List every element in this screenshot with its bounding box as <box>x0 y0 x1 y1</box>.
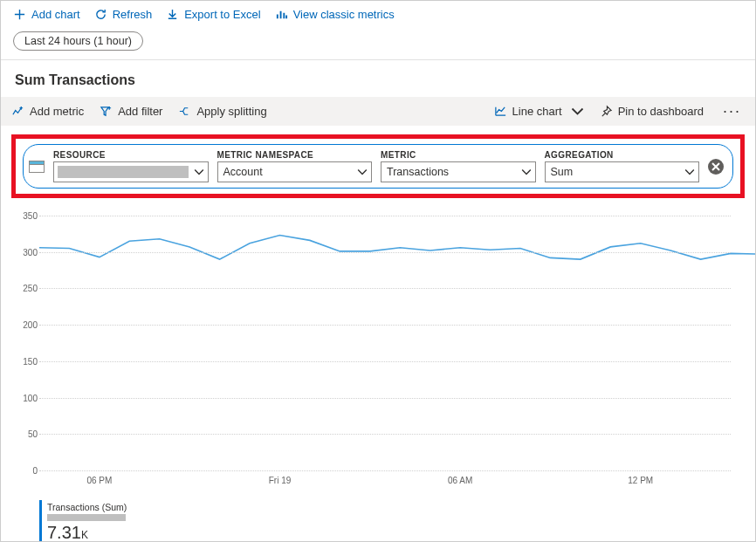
storage-icon <box>29 161 45 173</box>
metric-selectors: RESOURCE METRIC NAMESPACE Account METRIC… <box>23 144 733 189</box>
split-icon <box>178 105 191 118</box>
add-metric-label: Add metric <box>30 105 84 118</box>
summary-redacted-bar <box>47 514 126 521</box>
grid-line <box>39 325 731 326</box>
y-tick-label: 150 <box>17 356 38 366</box>
aggregation-value: Sum <box>551 166 574 178</box>
x-tick-label: Fri 19 <box>269 476 292 485</box>
chevron-down-icon <box>684 167 695 177</box>
pin-icon <box>600 105 613 118</box>
add-metric-button[interactable]: Add metric <box>11 105 84 118</box>
bar-chart-icon <box>275 8 288 21</box>
y-tick-label: 250 <box>17 284 38 293</box>
export-button[interactable]: Export to Excel <box>166 8 260 21</box>
metric-dropdown[interactable]: Transactions <box>381 161 536 182</box>
timerange-label: Last 24 hours (1 hour) <box>24 35 132 47</box>
namespace-value: Account <box>223 166 263 178</box>
namespace-dropdown[interactable]: Account <box>217 161 373 182</box>
chart-type-label: Line chart <box>512 105 562 118</box>
chart-type-dropdown[interactable]: Line chart <box>494 105 584 118</box>
classic-metrics-label: View classic metrics <box>293 8 395 21</box>
resource-label: RESOURCE <box>53 150 209 160</box>
pin-label: Pin to dashboard <box>618 105 704 118</box>
grid-line <box>39 252 731 253</box>
grid-line <box>39 216 731 216</box>
y-tick-label: 300 <box>17 247 38 257</box>
chart-title: Sum Transactions <box>1 60 755 97</box>
grid-line <box>39 470 731 471</box>
top-toolbar: Add chart Refresh Export to Excel View c… <box>1 1 755 28</box>
x-tick-label: 12 PM <box>628 476 653 485</box>
apply-splitting-button[interactable]: Apply splitting <box>178 105 266 118</box>
summary-card: Transactions (Sum) 7.31K <box>39 500 134 542</box>
refresh-icon <box>94 8 107 21</box>
apply-splitting-label: Apply splitting <box>196 105 266 118</box>
resource-dropdown[interactable] <box>53 161 209 182</box>
y-tick-label: 200 <box>17 320 38 330</box>
export-label: Export to Excel <box>184 8 260 21</box>
chevron-down-icon <box>194 167 204 177</box>
plus-icon <box>13 8 26 21</box>
namespace-label: METRIC NAMESPACE <box>217 150 373 160</box>
grid-line <box>39 288 731 289</box>
chart-series <box>39 216 731 470</box>
aggregation-label: AGGREGATION <box>545 150 700 160</box>
filter-icon <box>100 105 113 118</box>
line-plus-icon <box>11 105 24 118</box>
grid-line <box>39 434 731 435</box>
grid-line <box>39 361 731 362</box>
metric-value: Transactions <box>387 166 449 178</box>
metric-selectors-highlight: RESOURCE METRIC NAMESPACE Account METRIC… <box>11 134 745 198</box>
remove-metric-button[interactable] <box>708 159 724 175</box>
y-tick-label: 100 <box>17 393 38 402</box>
chart-area: 050100150200250300350 06 PMFri 1906 AM12… <box>17 216 739 495</box>
classic-metrics-button[interactable]: View classic metrics <box>275 8 395 21</box>
refresh-label: Refresh <box>113 8 153 21</box>
metric-label: METRIC <box>381 150 536 160</box>
x-tick-label: 06 PM <box>86 476 112 485</box>
add-filter-button[interactable]: Add filter <box>100 105 162 118</box>
metric-toolbar: Add metric Add filter Apply splitting Li… <box>1 97 755 126</box>
add-chart-label: Add chart <box>31 8 80 21</box>
add-filter-label: Add filter <box>118 105 162 118</box>
summary-value: 7.31K <box>47 523 127 542</box>
svg-rect-1 <box>30 161 45 164</box>
y-tick-label: 350 <box>17 211 38 221</box>
chevron-down-icon <box>521 167 532 177</box>
summary-label: Transactions (Sum) <box>47 502 127 512</box>
add-chart-button[interactable]: Add chart <box>13 8 80 21</box>
line-chart-icon <box>494 105 507 118</box>
pin-button[interactable]: Pin to dashboard <box>600 105 704 118</box>
close-icon <box>711 162 720 171</box>
download-icon <box>166 8 179 21</box>
more-button[interactable]: ··· <box>719 102 745 120</box>
timerange-pill[interactable]: Last 24 hours (1 hour) <box>13 31 143 51</box>
grid-line <box>39 398 731 399</box>
x-tick-label: 06 AM <box>448 476 472 485</box>
y-tick-label: 0 <box>17 466 38 476</box>
chevron-down-icon <box>571 105 584 118</box>
chevron-down-icon <box>357 167 368 177</box>
refresh-button[interactable]: Refresh <box>94 8 153 21</box>
y-tick-label: 50 <box>17 429 38 439</box>
timerange-row: Last 24 hours (1 hour) <box>1 28 755 59</box>
aggregation-dropdown[interactable]: Sum <box>545 161 700 182</box>
